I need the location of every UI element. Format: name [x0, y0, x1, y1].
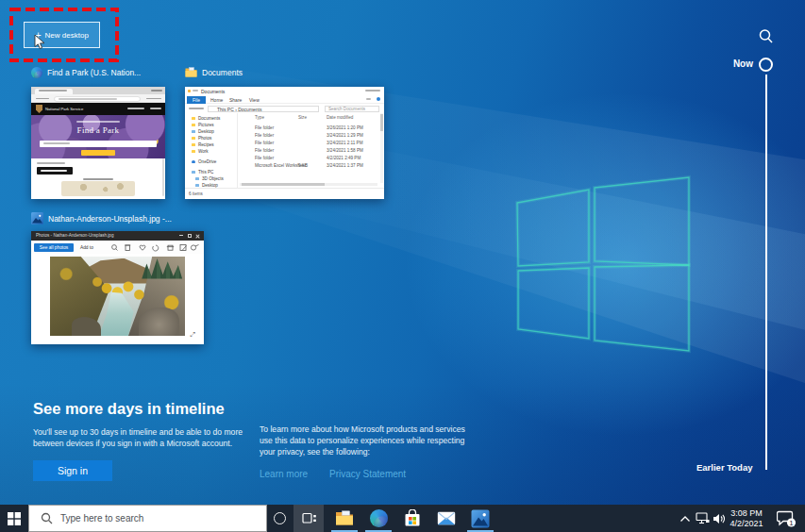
- edge-url-box: [54, 96, 141, 102]
- window-controls-skeleton: [151, 90, 162, 91]
- microsoft-store-icon: [404, 509, 421, 527]
- file-row[interactable]: File folder4/2/2021 2:49 PM: [240, 154, 384, 161]
- toolbar-icons: [110, 243, 186, 252]
- sidebar-item-3d-objects[interactable]: 3D Objects: [185, 175, 237, 182]
- explorer-thumbnail-label: Documents: [202, 68, 243, 77]
- nps-arrowhead-logo: [36, 105, 42, 113]
- taskbar-photos-button[interactable]: [464, 505, 496, 532]
- clock-date: 4/2/2021: [723, 519, 770, 529]
- section-title-skeleton: [83, 178, 113, 180]
- sidebar-item-desktop[interactable]: Desktop: [185, 128, 237, 135]
- explorer-search-box[interactable]: Search Documents: [325, 106, 379, 113]
- window-controls-skeleton: [365, 90, 380, 91]
- sidebar-item-photos[interactable]: Photos: [185, 135, 237, 141]
- sidebar-item-pictures[interactable]: Pictures: [185, 122, 237, 128]
- taskbar-store-button[interactable]: [396, 505, 428, 532]
- desktop-icon: [192, 130, 195, 133]
- folder-icon: [192, 150, 195, 153]
- file-row[interactable]: File folder3/24/2021 1:29 PM: [240, 131, 384, 139]
- add-to-button[interactable]: Add to: [80, 243, 93, 252]
- learn-more-link[interactable]: Learn more: [260, 469, 308, 479]
- tray-network-button[interactable]: [694, 505, 711, 532]
- folder-icon: [192, 143, 195, 146]
- photos-window-thumbnail[interactable]: Photos - Nathan-Anderson-Unsplash.jpg Se…: [31, 231, 204, 344]
- column-size[interactable]: Size: [298, 115, 307, 120]
- task-view-button[interactable]: [293, 505, 324, 532]
- explorer-sidebar: Documents Pictures Desktop Photos Recipe…: [185, 113, 238, 188]
- search-icon[interactable]: [758, 28, 774, 44]
- breadcrumb[interactable]: This PC › Documents: [208, 106, 319, 113]
- timeline-now-label: Now: [717, 58, 753, 69]
- 3d-objects-icon: [195, 177, 199, 180]
- taskbar-edge-button[interactable]: [362, 505, 394, 532]
- explorer-file-list: Type Size Date modified File folder3/26/…: [240, 113, 384, 188]
- nps-site-name: National Park Service: [45, 107, 83, 111]
- see-all-photos-button[interactable]: See all photos: [34, 243, 74, 252]
- horizontal-scrollbar[interactable]: [240, 183, 377, 186]
- folder-icon: [192, 124, 195, 126]
- start-button[interactable]: [0, 505, 27, 532]
- titlebar-folder-icon: [188, 90, 191, 92]
- maximize-icon: [188, 234, 192, 238]
- explorer-window-title: Documents: [201, 89, 225, 94]
- taskbar-clock[interactable]: 3:08 PM 4/2/2021: [723, 505, 770, 532]
- vertical-scrollbar[interactable]: [380, 113, 383, 183]
- search-parks-button: [81, 150, 115, 156]
- url-skeleton: [59, 98, 117, 100]
- taskbar-mail-button[interactable]: [430, 505, 462, 532]
- privacy-note: To learn more about how Microsoft produc…: [260, 424, 473, 458]
- taskbar-file-explorer-button[interactable]: [328, 505, 361, 532]
- privacy-statement-link[interactable]: Privacy Statement: [329, 469, 406, 479]
- edge-thumbnail-label: Find a Park (U.S. Nation...: [47, 68, 141, 77]
- edge-thumbnail-title[interactable]: Find a Park (U.S. Nation...: [31, 67, 141, 78]
- tab-file[interactable]: File: [187, 96, 206, 104]
- park-search-box: [40, 141, 157, 147]
- explorer-address-bar: This PC › Documents Search Documents: [185, 104, 384, 113]
- tab-home[interactable]: Home: [210, 97, 223, 103]
- tab-share[interactable]: Share: [229, 97, 242, 103]
- sign-in-button[interactable]: Sign in: [33, 460, 112, 481]
- help-icon: [377, 97, 380, 101]
- action-center-button[interactable]: 1: [772, 505, 800, 532]
- edge-window-thumbnail[interactable]: National Park Service Find a Park: [31, 87, 165, 199]
- photos-thumbnail-title[interactable]: Nathan-Anderson-Unsplash.jpg -...: [31, 212, 172, 224]
- file-row[interactable]: File folder3/26/2021 1:20 PM: [240, 124, 384, 131]
- nps-header: National Park Service: [31, 103, 165, 115]
- action-center-icon: 1: [777, 509, 797, 528]
- sidebar-item-recipes[interactable]: Recipes: [185, 141, 237, 148]
- file-explorer-icon: [335, 510, 354, 526]
- sidebar-item-work[interactable]: Work: [185, 148, 237, 155]
- folder-icon: [192, 137, 195, 140]
- cortana-button[interactable]: [267, 505, 292, 532]
- mail-icon: [437, 511, 456, 525]
- column-type[interactable]: Type: [255, 115, 264, 120]
- timeline-now-handle[interactable]: [759, 58, 773, 72]
- sidebar-item-onedrive[interactable]: OneDrive: [185, 158, 237, 165]
- scrollbar: [162, 158, 164, 196]
- folder-icon: [192, 117, 195, 120]
- file-row[interactable]: Microsoft Excel Worksheet9 KB3/24/2021 1…: [240, 161, 384, 169]
- windows-start-icon: [8, 512, 21, 525]
- timeline-earlier-today-label: Earlier Today: [696, 462, 753, 473]
- tab-view[interactable]: View: [249, 97, 260, 103]
- explorer-ribbon-tabs: File Home Share View: [185, 95, 384, 104]
- sidebar-item-documents[interactable]: Documents: [185, 115, 237, 122]
- explorer-window-thumbnail[interactable]: Documents File Home Share View This PC ›…: [185, 87, 384, 199]
- breadcrumb-skeleton: [37, 162, 65, 164]
- tray-chevron-button[interactable]: [678, 505, 693, 532]
- column-date-modified[interactable]: Date modified: [327, 115, 353, 120]
- sidebar-item-this-pc[interactable]: This PC: [185, 169, 237, 175]
- timeline-scrollbar[interactable]: [765, 75, 767, 470]
- expand-icon[interactable]: ⤢: [190, 331, 195, 338]
- file-row[interactable]: File folder3/24/2021 1:58 PM: [240, 146, 384, 154]
- network-icon: [696, 512, 710, 524]
- taskbar-search-box[interactable]: Type here to search: [28, 505, 267, 532]
- explorer-thumbnail-title[interactable]: Documents: [185, 67, 243, 78]
- addr-icons-skeleton: [146, 98, 161, 100]
- us-parks-map: [61, 181, 135, 196]
- svg-text:1: 1: [789, 518, 794, 526]
- quick-access-toolbar-skeleton: [193, 90, 198, 91]
- text-skeleton: [41, 170, 67, 172]
- photos-toolbar: See all photos Add to: [31, 241, 204, 254]
- file-row[interactable]: File folder3/24/2021 2:11 PM: [240, 139, 384, 146]
